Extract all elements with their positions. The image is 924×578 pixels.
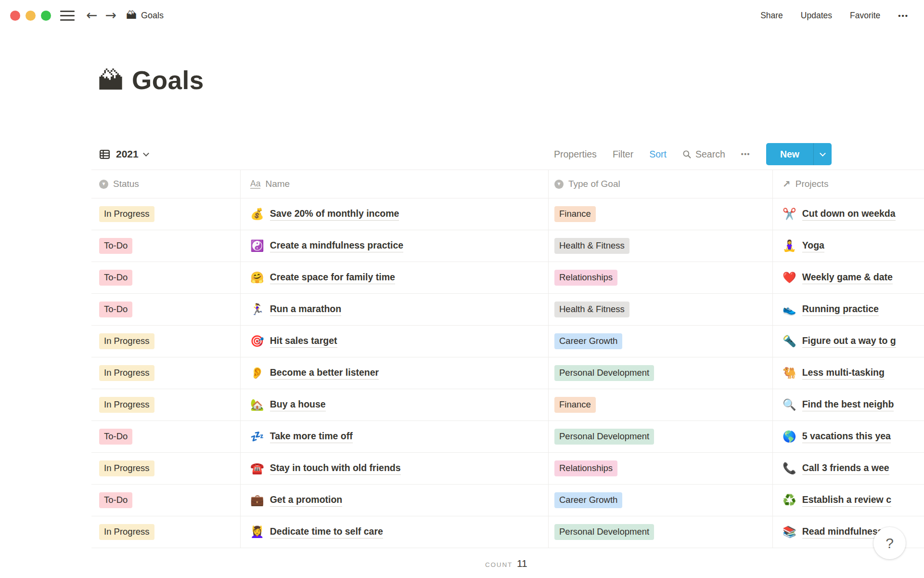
type-of-goal-cell[interactable]: Health & Fitness [549,230,773,262]
type-of-goal-cell[interactable]: Finance [549,389,773,420]
type-of-goal-cell[interactable]: Health & Fitness [549,294,773,325]
zoom-window-button[interactable] [41,11,51,21]
type-of-goal-cell[interactable]: Relationships [549,262,773,293]
goal-page-link[interactable]: Take more time off [270,431,353,443]
goal-page-link[interactable]: Stay in touch with old friends [270,462,401,475]
status-cell[interactable]: In Progress [91,389,241,420]
project-page-link[interactable]: Figure out a way to g [802,335,896,348]
projects-cell[interactable]: 🔍Find the best neighb [773,389,924,420]
help-button[interactable]: ? [873,527,906,559]
project-page-link[interactable]: Running practice [802,303,879,316]
back-arrow-icon[interactable]: ← [86,9,97,22]
new-dropdown-chevron-icon[interactable] [813,143,832,165]
mountain-emoji-icon: 🏔 [98,67,124,93]
status-badge: In Progress [99,365,154,381]
project-page-link[interactable]: Establish a review c [802,494,891,507]
projects-cell[interactable]: ✂️Cut down on weekda [773,198,924,230]
projects-cell[interactable]: ♻️Establish a review c [773,485,924,516]
projects-cell[interactable]: 🐫Less multi-tasking [773,357,924,389]
column-header-projects[interactable]: ↗ Projects [773,170,924,198]
name-cell[interactable]: 🏃‍♀️Run a marathon [241,294,549,325]
view-more-options-icon[interactable]: ••• [741,150,750,158]
goal-page-link[interactable]: Buy a house [270,399,326,411]
forward-arrow-icon[interactable]: → [105,9,116,22]
project-emoji-icon: ❤️ [783,272,796,283]
project-page-link[interactable]: Find the best neighb [802,399,894,411]
goal-page-link[interactable]: Create space for family time [270,272,395,284]
updates-button[interactable]: Updates [801,11,832,21]
table-row: In Progress☎️Stay in touch with old frie… [91,453,924,485]
status-cell[interactable]: In Progress [91,453,241,484]
status-cell[interactable]: In Progress [91,326,241,357]
name-cell[interactable]: 💰Save 20% of monthly income [241,198,549,230]
status-cell[interactable]: To-Do [91,262,241,293]
goal-page-link[interactable]: Hit sales target [270,335,337,348]
goal-page-link[interactable]: Create a mindfulness practice [270,240,403,252]
name-cell[interactable]: 🤗Create space for family time [241,262,549,293]
project-page-link[interactable]: Cut down on weekda [802,208,896,221]
name-cell[interactable]: 💆‍♀️Dedicate time to self care [241,516,549,548]
sidebar-menu-icon[interactable] [60,11,75,21]
goal-page-link[interactable]: Become a better listener [270,367,379,380]
chevron-down-icon [143,150,149,157]
name-cell[interactable]: 🏡Buy a house [241,389,549,420]
name-cell[interactable]: ☯️Create a mindfulness practice [241,230,549,262]
database-toolbar: 2021 Properties Filter Sort Search ••• N… [99,142,832,167]
column-header-type-of-goal[interactable]: ▼ Type of Goal [549,170,773,198]
name-cell[interactable]: 💼Get a promotion [241,485,549,516]
status-cell[interactable]: In Progress [91,516,241,548]
close-window-button[interactable] [10,11,20,21]
status-cell[interactable]: To-Do [91,230,241,262]
projects-cell[interactable]: 🌎5 vacations this yea [773,421,924,452]
column-header-status[interactable]: ▼ Status [91,170,241,198]
projects-cell[interactable]: 🧘‍♀️Yoga [773,230,924,262]
type-of-goal-cell[interactable]: Personal Development [549,357,773,389]
name-cell[interactable]: 🎯Hit sales target [241,326,549,357]
type-of-goal-cell[interactable]: Personal Development [549,421,773,452]
project-page-link[interactable]: Less multi-tasking [802,367,885,380]
status-cell[interactable]: To-Do [91,485,241,516]
name-cell[interactable]: 💤Take more time off [241,421,549,452]
more-options-icon[interactable]: ••• [898,12,909,20]
column-header-name[interactable]: Aa Name [241,170,549,198]
new-button[interactable]: New [766,143,832,165]
name-cell[interactable]: ☎️Stay in touch with old friends [241,453,549,484]
favorite-button[interactable]: Favorite [850,11,880,21]
projects-cell[interactable]: 📞Call 3 friends a wee [773,453,924,484]
search-button[interactable]: Search [682,149,725,160]
new-button-label[interactable]: New [766,143,813,165]
project-page-link[interactable]: 5 vacations this yea [802,431,891,443]
type-of-goal-cell[interactable]: Finance [549,198,773,230]
goal-page-link[interactable]: Dedicate time to self care [270,526,383,539]
status-cell[interactable]: In Progress [91,357,241,389]
type-of-goal-cell[interactable]: Career Growth [549,326,773,357]
type-of-goal-cell[interactable]: Relationships [549,453,773,484]
filter-button[interactable]: Filter [613,149,633,160]
type-of-goal-cell[interactable]: Personal Development [549,516,773,548]
goal-page-link[interactable]: Run a marathon [270,303,341,316]
status-cell[interactable]: To-Do [91,421,241,452]
project-emoji-icon: 👟 [783,304,796,315]
type-of-goal-cell[interactable]: Career Growth [549,485,773,516]
projects-cell[interactable]: ❤️Weekly game & date [773,262,924,293]
project-page-link[interactable]: Weekly game & date [802,272,893,284]
goal-emoji-icon: 🤗 [250,272,264,283]
projects-cell[interactable]: 🔦Figure out a way to g [773,326,924,357]
share-button[interactable]: Share [760,11,783,21]
name-cell[interactable]: 👂Become a better listener [241,357,549,389]
projects-cell[interactable]: 👟Running practice [773,294,924,325]
view-switcher[interactable]: 2021 [99,148,148,160]
goal-page-link[interactable]: Save 20% of monthly income [270,208,399,221]
project-page-link[interactable]: Call 3 friends a wee [802,462,889,475]
status-cell[interactable]: In Progress [91,198,241,230]
status-cell[interactable]: To-Do [91,294,241,325]
type-of-goal-badge: Finance [554,397,596,413]
properties-button[interactable]: Properties [554,149,597,160]
page-title[interactable]: Goals [132,66,204,95]
sort-button[interactable]: Sort [649,149,667,160]
project-page-link[interactable]: Yoga [802,240,824,252]
type-of-goal-badge: Personal Development [554,524,654,540]
goal-page-link[interactable]: Get a promotion [270,494,343,507]
minimize-window-button[interactable] [26,11,36,21]
row-count[interactable]: COUNT 11 [485,558,527,569]
